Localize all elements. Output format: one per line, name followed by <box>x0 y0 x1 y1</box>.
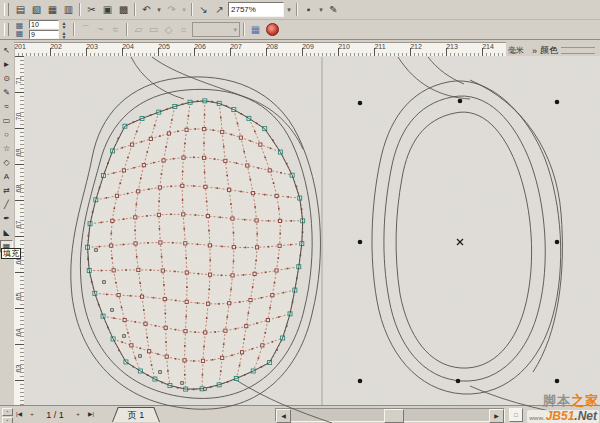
clear-mesh-button[interactable] <box>266 23 279 36</box>
paste-icon[interactable]: ▩ <box>116 3 131 17</box>
first-page-button[interactable]: |◀ <box>13 409 25 420</box>
ruler-v-label: 71 <box>15 73 22 89</box>
ruler-h-label: 214 <box>479 43 497 50</box>
color-docker-header[interactable]: » 颜色 <box>532 44 595 57</box>
ruler-h-label: 208 <box>263 43 281 50</box>
ruler-h-label: 201 <box>14 43 29 50</box>
ruler-h-label: 203 <box>83 43 101 50</box>
save-icon[interactable]: ▦ <box>45 3 60 17</box>
corner-button[interactable]: □ <box>509 408 523 422</box>
node-option-icon: ▭ <box>146 23 161 37</box>
property-bar-separator <box>243 23 245 36</box>
interactive-blend-tool[interactable]: ⇄ <box>0 184 13 197</box>
rectangle-tool[interactable]: ▭ <box>0 114 13 127</box>
status-mini-button-bottom[interactable]: ▪ <box>2 417 13 423</box>
main-toolbar-icons-left: ▤▧▦▥✂▣▩↶▾↷▾↘↗ <box>13 3 227 17</box>
zoom-tool[interactable]: ⊙ <box>0 72 13 85</box>
ruler-v-label: 65 <box>15 289 22 305</box>
app-window: ▤▧▦▥✂▣▩↶▾↷▾↘↗ ▾▪▾✎ ▦ ▦ ▲▼ ▲▼ ⌒~≈ ▱▭◇○ ▾ <box>0 0 600 423</box>
watermark-gray-text: 脚本 <box>543 393 571 408</box>
last-page-button[interactable]: ▶| <box>85 409 97 420</box>
print-icon[interactable]: ▥ <box>61 3 76 17</box>
docker-expand-icon[interactable]: » <box>532 46 537 56</box>
redo-dropdown-icon[interactable]: ▾ <box>180 3 188 17</box>
copy-icon[interactable]: ▣ <box>100 3 115 17</box>
ruler-h-label: 211 <box>371 43 389 50</box>
toolbox: ↖►⊙✎≈▭○☆◇A⇄╱✒◣▦ <box>0 44 15 254</box>
pick-tool[interactable]: ↖ <box>0 44 13 57</box>
scroll-left-button[interactable]: ◀ <box>276 409 291 423</box>
watermark: 脚本之家 www.JB51.Net <box>527 394 599 423</box>
application-launcher-icon[interactable]: ▪ <box>301 3 316 17</box>
ellipse-tool[interactable]: ○ <box>0 128 13 141</box>
zoom-level-dropdown-icon[interactable]: ▾ <box>285 3 293 17</box>
ruler-h-label: 202 <box>47 43 65 50</box>
node-option-icon: ◇ <box>161 23 176 37</box>
cut-icon[interactable]: ✂ <box>84 3 99 17</box>
node-type-buttons-disabled: ▱▭◇○ <box>131 23 191 37</box>
eyedropper-tool[interactable]: ╱ <box>0 198 13 211</box>
undo-dropdown-icon[interactable]: ▾ <box>155 3 163 17</box>
new-document-icon[interactable]: ▤ <box>13 3 28 17</box>
toolbar-separator <box>79 3 81 16</box>
ruler-v-label: 69 <box>15 145 22 161</box>
toolbar-grip[interactable] <box>4 3 9 16</box>
redo-icon[interactable]: ↷ <box>164 3 179 17</box>
mesh-rows-input[interactable] <box>29 20 59 29</box>
watermark-orange-text: 之家 <box>571 393 599 408</box>
toolbar-separator <box>191 3 193 16</box>
main-toolbar-icons-right: ▾▪▾✎ <box>285 3 341 17</box>
outline-pen-tool[interactable]: ✒ <box>0 212 13 225</box>
status-bar: ▪ ▪ |◀ + 1 / 1 + ▶| 页 1 ◀ ▶ □ <box>0 405 600 423</box>
smart-drawing-tool[interactable]: ≈ <box>0 100 13 113</box>
scroll-right-button[interactable]: ▶ <box>489 409 504 423</box>
corel-graphics-icon[interactable]: ✎ <box>326 3 341 17</box>
curve-option-icon: ~ <box>93 23 108 37</box>
text-tool[interactable]: A <box>0 170 13 183</box>
curve-type-buttons-disabled: ⌒~≈ <box>78 23 123 37</box>
watermark-brand: JB51 <box>546 409 575 423</box>
watermark-suffix: Net <box>578 409 597 423</box>
add-page-before-button[interactable]: + <box>26 409 38 420</box>
docker-header-lines <box>561 47 595 54</box>
ruler-v-label: 67 <box>15 217 22 233</box>
vertical-ruler[interactable]: 717069686766656463 <box>14 56 25 405</box>
toolbar-separator <box>134 3 136 16</box>
basic-shapes-tool[interactable]: ◇ <box>0 156 13 169</box>
launcher-dropdown-icon[interactable]: ▾ <box>317 3 325 17</box>
shape-tool[interactable]: ► <box>0 58 13 71</box>
mesh-cols-stepper[interactable]: ▲▼ <box>60 31 68 39</box>
ruler-v-label: 64 <box>15 325 22 341</box>
freehand-tool[interactable]: ✎ <box>0 86 13 99</box>
zoom-level-combo[interactable] <box>228 2 284 17</box>
mesh-cols-input[interactable] <box>29 30 59 39</box>
ruler-h-label: 206 <box>191 43 209 50</box>
tool-tooltip: 填充 <box>1 248 21 259</box>
ruler-h-label: 210 <box>335 43 353 50</box>
drawing-canvas[interactable] <box>24 56 600 423</box>
property-bar-grip[interactable] <box>4 23 9 36</box>
ruler-v-label: 68 <box>15 181 22 197</box>
open-icon[interactable]: ▧ <box>29 3 44 17</box>
ruler-unit-label: 毫米 <box>508 45 524 56</box>
node-option-icon: ▱ <box>131 23 146 37</box>
mesh-grid-cols-icon: ▦ <box>13 30 26 38</box>
horizontal-scrollbar[interactable]: ◀ ▶ <box>275 408 505 422</box>
horizontal-ruler[interactable]: 2012022032042052062072082092102112122132… <box>14 42 506 58</box>
page-tab[interactable]: 页 1 <box>112 407 160 422</box>
mesh-rows-stepper[interactable]: ▲▼ <box>60 21 68 29</box>
property-bar: ▦ ▦ ▲▼ ▲▼ ⌒~≈ ▱▭◇○ ▾ ▦ <box>0 20 600 40</box>
polygon-tool[interactable]: ☆ <box>0 142 13 155</box>
import-icon[interactable]: ↘ <box>196 3 211 17</box>
ruler-h-label: 209 <box>299 43 317 50</box>
undo-icon[interactable]: ↶ <box>139 3 154 17</box>
ruler-v-label: 63 <box>15 361 22 377</box>
watermark-site-name: 脚本之家 <box>527 394 599 407</box>
ruler-h-label: 213 <box>443 43 461 50</box>
add-page-after-button[interactable]: + <box>72 409 84 420</box>
export-icon[interactable]: ↗ <box>212 3 227 17</box>
scrollbar-thumb[interactable] <box>384 409 404 423</box>
copy-mesh-properties-button[interactable]: ▦ <box>248 22 263 37</box>
status-mini-button-top[interactable]: ▪ <box>2 408 13 416</box>
fill-tool[interactable]: ◣ <box>0 226 13 239</box>
